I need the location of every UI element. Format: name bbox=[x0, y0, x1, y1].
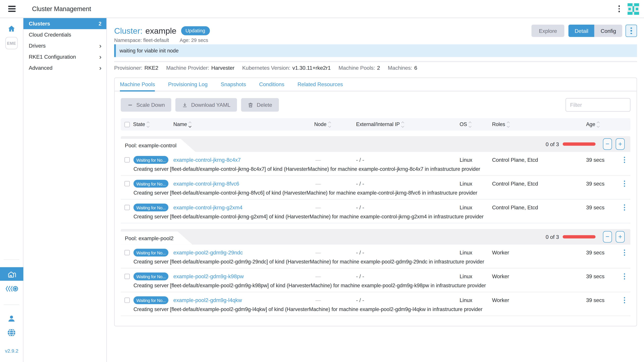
column-header-label: External/Internal IP bbox=[356, 121, 400, 127]
column-header-label: Name bbox=[173, 121, 187, 127]
machine-state-badge: Waiting for No... bbox=[134, 156, 168, 164]
row-actions-menu-icon[interactable] bbox=[624, 273, 625, 280]
row-checkbox[interactable] bbox=[124, 298, 130, 303]
column-header-age[interactable]: Age bbox=[586, 121, 618, 127]
row-actions-menu-icon[interactable] bbox=[624, 157, 625, 163]
machine-ip: - / - bbox=[356, 181, 460, 187]
sidebar-item-rke1-configuration[interactable]: RKE1 Configuration› bbox=[24, 51, 106, 62]
machine-roles: Control Plane, Etcd bbox=[492, 204, 586, 211]
chevron-right-icon: › bbox=[99, 54, 102, 60]
kebab-menu-icon bbox=[630, 27, 632, 34]
row-checkbox[interactable] bbox=[124, 181, 130, 186]
cluster-name: example bbox=[146, 26, 176, 35]
row-actions-menu-icon[interactable] bbox=[624, 181, 625, 187]
caret-down-icon bbox=[468, 124, 472, 127]
detail-button[interactable]: Detail bbox=[568, 25, 594, 37]
column-header-roles[interactable]: Roles bbox=[492, 121, 586, 127]
row-checkbox[interactable] bbox=[124, 250, 130, 255]
row-checkbox[interactable] bbox=[124, 157, 130, 163]
scale-down-button[interactable]: Scale Down bbox=[121, 98, 172, 112]
harvester-icon[interactable] bbox=[0, 267, 24, 281]
machine-name-link[interactable]: example-control-jkrng-8c4x7 bbox=[173, 157, 314, 163]
machine-ip: - / - bbox=[356, 157, 460, 163]
delete-button[interactable]: Delete bbox=[241, 98, 279, 112]
machine-name-link[interactable]: example-pool2-gdm9g-k98pw bbox=[173, 273, 314, 280]
version-label[interactable]: v2.9.2 bbox=[5, 348, 18, 354]
machine-state-badge: Waiting for No... bbox=[134, 204, 168, 212]
column-header-os[interactable]: OS bbox=[460, 121, 492, 127]
tab-machine-pools[interactable]: Machine Pools bbox=[120, 78, 155, 91]
machine-name-link[interactable]: example-control-jkrng-8fvc6 bbox=[173, 181, 314, 187]
machine-name-link[interactable]: example-pool2-gdm9g-29ndc bbox=[173, 250, 314, 256]
row-checkbox[interactable] bbox=[124, 274, 130, 279]
table-toolbar: Scale Down Download YAML Delete bbox=[121, 98, 630, 112]
rail-divider bbox=[4, 259, 19, 260]
overflow-menu-icon[interactable] bbox=[618, 5, 620, 12]
sidebar-item-advanced[interactable]: Advanced› bbox=[24, 62, 106, 73]
machine-node: — bbox=[316, 157, 356, 163]
pool-scale-up-button[interactable]: + bbox=[616, 231, 625, 243]
tab-snapshots[interactable]: Snapshots bbox=[221, 78, 246, 91]
info-machines: Machines:6 bbox=[388, 65, 417, 71]
caret-down-icon bbox=[401, 124, 404, 127]
info-label: Provisioner: bbox=[114, 65, 142, 71]
pool-scale-up-button[interactable]: + bbox=[616, 138, 625, 150]
machine-node: — bbox=[316, 297, 356, 303]
row-checkbox[interactable] bbox=[124, 205, 130, 210]
download-yaml-button[interactable]: Download YAML bbox=[176, 98, 237, 112]
row-actions-menu-icon[interactable] bbox=[624, 250, 625, 256]
machine-os: Linux bbox=[460, 297, 492, 303]
tab-conditions[interactable]: Conditions bbox=[259, 78, 284, 91]
section-divider bbox=[114, 61, 637, 62]
column-header-node[interactable]: Node bbox=[314, 121, 356, 127]
table-body: Pool: example-control0 of 3−+Waiting for… bbox=[121, 136, 630, 316]
sidebar-item-cloud-credentials[interactable]: Cloud Credentials bbox=[24, 29, 106, 40]
pool-scale-down-button[interactable]: − bbox=[603, 231, 612, 243]
pool-label: Pool: example-pool2 bbox=[125, 235, 174, 241]
machine-name-link[interactable]: example-pool2-gdm9g-l4qkw bbox=[173, 297, 314, 303]
machine-age: 39 secs bbox=[586, 250, 618, 256]
sidebar-item-clusters[interactable]: Clusters2 bbox=[24, 18, 106, 29]
column-header-name[interactable]: Name bbox=[173, 121, 314, 127]
fleet-icon[interactable] bbox=[5, 285, 18, 294]
row-actions-menu-icon[interactable] bbox=[624, 204, 625, 211]
select-all-checkbox[interactable] bbox=[124, 122, 130, 127]
sidebar-nav: Clusters2Cloud CredentialsDrivers›RKE1 C… bbox=[24, 18, 107, 362]
machine-status-description: Creating server [fleet-default/example-c… bbox=[134, 166, 630, 172]
pool-scale-count: 0 of 3 bbox=[546, 234, 559, 240]
download-icon bbox=[182, 102, 188, 108]
sidebar-item-label: Cloud Credentials bbox=[29, 32, 71, 38]
tab-related-resources[interactable]: Related Resources bbox=[298, 78, 343, 91]
page-title: Cluster Management bbox=[32, 5, 91, 12]
home-icon[interactable] bbox=[8, 25, 16, 34]
column-header-external-internal-ip[interactable]: External/Internal IP bbox=[356, 121, 460, 127]
machine-pools-card: Machine PoolsProvisioning LogSnapshotsCo… bbox=[114, 78, 637, 326]
menu-icon[interactable] bbox=[8, 6, 16, 12]
app-root: Cluster Management EME bbox=[0, 0, 644, 362]
pool-scale-down-button[interactable]: − bbox=[603, 138, 612, 150]
machine-row: Waiting for No...example-pool2-gdm9g-l4q… bbox=[121, 292, 630, 316]
filter-input[interactable] bbox=[566, 98, 630, 112]
tabs-bar: Machine PoolsProvisioning LogSnapshotsCo… bbox=[114, 78, 636, 91]
status-banner: waiting for viable init node bbox=[114, 44, 637, 57]
config-button[interactable]: Config bbox=[594, 25, 622, 37]
machine-roles: Control Plane, Etcd bbox=[492, 157, 586, 163]
user-icon[interactable] bbox=[7, 314, 16, 325]
column-header-state[interactable]: State bbox=[133, 121, 173, 127]
row-actions-menu-icon[interactable] bbox=[624, 297, 625, 303]
status-badge: Updating bbox=[181, 26, 210, 35]
globe-icon[interactable] bbox=[7, 328, 16, 339]
sidebar-item-drivers[interactable]: Drivers› bbox=[24, 40, 106, 51]
sidebar-item-label: Drivers bbox=[29, 43, 46, 49]
info-label: Kubernetes Version: bbox=[242, 65, 290, 71]
machine-name-link[interactable]: example-control-jkrng-g2xm4 bbox=[173, 204, 314, 211]
machine-node: — bbox=[316, 250, 356, 256]
explore-button[interactable]: Explore bbox=[532, 25, 564, 37]
tab-provisioning-log[interactable]: Provisioning Log bbox=[168, 78, 208, 91]
caret-up-icon bbox=[189, 121, 192, 124]
info-machine-provider: Machine Provider:Harvester bbox=[166, 65, 234, 71]
caret-down-icon bbox=[328, 124, 331, 127]
cluster-actions-menu-button[interactable] bbox=[626, 25, 637, 37]
column-header-label: OS bbox=[460, 121, 467, 127]
eme-cluster-icon[interactable]: EME bbox=[5, 37, 18, 49]
